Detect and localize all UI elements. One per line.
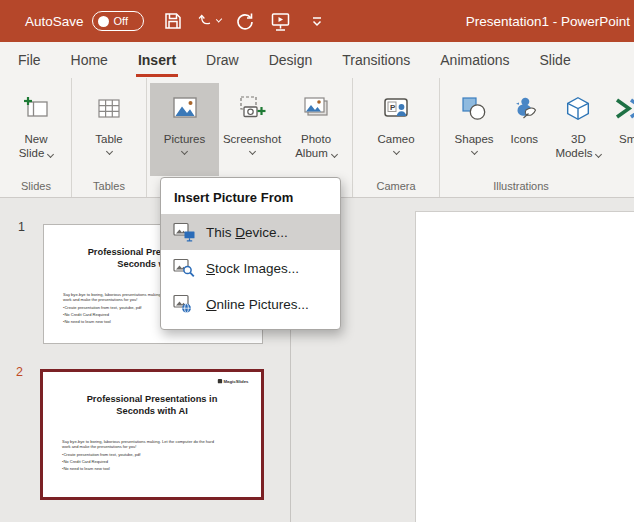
- thumb-body: Say bye-bye to boring, laborious present…: [62, 440, 264, 474]
- undo-dropdown-chevron-icon[interactable]: [216, 16, 223, 23]
- ribbon-tab-bar: File Home Insert Draw Design Transitions…: [0, 42, 634, 78]
- redo-icon: [234, 10, 256, 32]
- chevron-down-icon: [248, 148, 255, 155]
- chevron-down-icon: [392, 148, 399, 155]
- tab-design[interactable]: Design: [254, 42, 328, 78]
- icons-button[interactable]: Icons: [500, 83, 548, 176]
- start-slideshow-button[interactable]: [268, 7, 294, 35]
- screenshot-icon: [235, 86, 269, 132]
- tab-transitions[interactable]: Transitions: [327, 42, 425, 78]
- tab-slide-show[interactable]: Slide: [525, 42, 586, 78]
- menu-item-label: Online Pictures...: [206, 297, 309, 312]
- undo-icon: [196, 10, 216, 32]
- menu-item-this-device[interactable]: This Device...: [161, 214, 340, 250]
- shapes-button[interactable]: Shapes: [448, 83, 500, 176]
- table-button[interactable]: Table: [77, 83, 141, 176]
- undo-button[interactable]: [196, 7, 222, 35]
- insert-picture-menu: Insert Picture From This Device... Stock…: [160, 177, 341, 330]
- group-label-illustrations: Illustrations: [440, 180, 634, 192]
- save-button[interactable]: [160, 7, 186, 35]
- group-label-slides: Slides: [1, 180, 71, 192]
- ribbon-group-camera: P Cameo Camera: [353, 78, 440, 197]
- smartart-icon: [615, 86, 634, 132]
- stock-images-icon: [173, 258, 195, 278]
- slide-2-number: 2: [16, 365, 23, 379]
- group-label-tables: Tables: [72, 180, 146, 192]
- online-pictures-icon: [173, 294, 195, 314]
- ribbon-group-tables: Table Tables: [72, 78, 147, 197]
- chevron-down-icon: [105, 148, 112, 155]
- chevron-down-icon: [595, 151, 602, 158]
- thumb-title: Professional Presentations in Seconds wi…: [43, 394, 261, 417]
- smartart-button[interactable]: Sm: [608, 83, 634, 176]
- cameo-icon: P: [379, 86, 413, 132]
- new-slide-icon: [20, 86, 52, 132]
- photo-album-icon: [299, 86, 333, 132]
- powerpoint-window: AutoSave Off: [0, 0, 634, 522]
- autosave-switch[interactable]: Off: [92, 11, 144, 31]
- table-icon: [93, 86, 125, 132]
- magicslides-logo: MagicSlides: [217, 379, 248, 383]
- save-icon: [162, 10, 184, 32]
- slide-1-number: 1: [18, 220, 25, 234]
- menu-header: Insert Picture From: [161, 181, 340, 214]
- 3d-models-button[interactable]: 3D Models: [548, 83, 608, 176]
- tab-draw[interactable]: Draw: [191, 42, 254, 78]
- menu-item-online-pictures[interactable]: Online Pictures...: [161, 286, 340, 322]
- tab-insert[interactable]: Insert: [123, 42, 191, 78]
- editing-area: [291, 198, 634, 522]
- title-bar: AutoSave Off: [0, 0, 634, 42]
- document-title: Presentation1 - PowerPoint: [466, 0, 630, 42]
- cameo-button[interactable]: P Cameo: [361, 83, 431, 176]
- chevron-down-icon: [471, 148, 478, 155]
- slideshow-icon: [269, 10, 292, 33]
- ribbon-group-illustrations: Shapes Icons: [440, 78, 634, 197]
- menu-item-label: Stock Images...: [206, 261, 299, 276]
- autosave-state: Off: [114, 15, 128, 27]
- redo-button[interactable]: [232, 7, 258, 35]
- svg-text:P: P: [390, 103, 396, 112]
- ribbon-group-slides: New Slide Slides: [1, 78, 72, 197]
- device-picture-icon: [173, 222, 195, 242]
- pictures-icon: [168, 86, 202, 132]
- photo-album-button[interactable]: Photo Album: [285, 83, 347, 176]
- shapes-icon: [460, 86, 488, 132]
- tab-home[interactable]: Home: [56, 42, 123, 78]
- menu-item-stock-images[interactable]: Stock Images...: [161, 250, 340, 286]
- chevron-down-icon: [331, 151, 338, 158]
- tab-animations[interactable]: Animations: [425, 42, 524, 78]
- quick-access-toolbar: [160, 7, 330, 35]
- customize-toolbar-button[interactable]: [304, 7, 330, 35]
- customize-toolbar-icon: [308, 12, 326, 30]
- 3d-cube-icon: [563, 86, 593, 132]
- group-label-camera: Camera: [353, 180, 439, 192]
- menu-item-label: This Device...: [206, 225, 288, 240]
- autosave-toggle[interactable]: AutoSave Off: [25, 11, 144, 31]
- chevron-down-icon: [47, 151, 54, 158]
- magicslides-logo-icon: [217, 379, 221, 383]
- autosave-label: AutoSave: [25, 14, 84, 29]
- slide-canvas[interactable]: [415, 211, 634, 522]
- toggle-knob: [98, 16, 109, 27]
- slide-2-thumbnail[interactable]: MagicSlides Professional Presentations i…: [40, 369, 264, 500]
- chevron-down-icon: [181, 148, 188, 155]
- tab-file[interactable]: File: [3, 42, 56, 78]
- screenshot-button[interactable]: Screenshot: [219, 83, 285, 176]
- pictures-button[interactable]: Pictures: [150, 83, 219, 176]
- icons-icon: [509, 86, 539, 132]
- new-slide-button[interactable]: New Slide: [4, 83, 68, 176]
